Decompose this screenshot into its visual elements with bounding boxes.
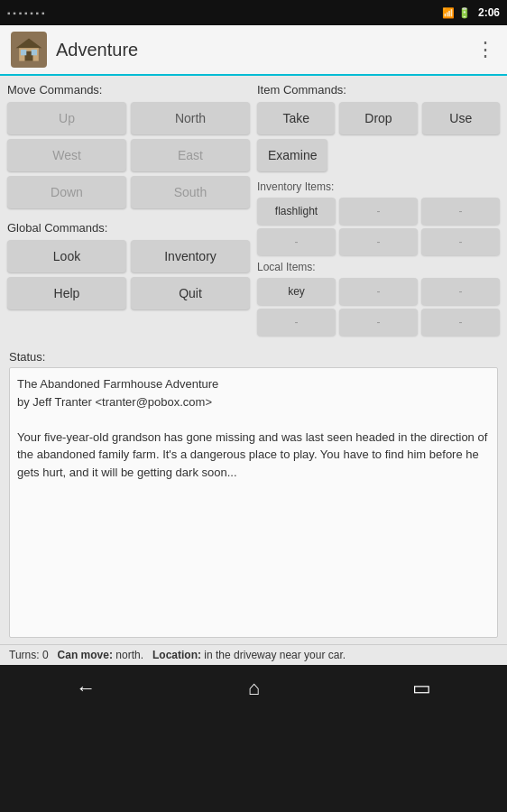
use-button[interactable]: Use: [422, 102, 500, 134]
battery-icon: 🔋: [458, 7, 471, 19]
inventory-slot-2[interactable]: -: [421, 198, 500, 225]
svg-rect-4: [21, 50, 26, 55]
back-button[interactable]: ←: [58, 669, 114, 707]
status-label: Status:: [9, 350, 498, 364]
status-bar: ▪ ▪ ▪ ▪ ▪ ▪ ▪ 📶 🔋 2:06: [0, 0, 507, 25]
inventory-slot-1[interactable]: -: [339, 198, 418, 225]
status-icons-right: 📶 🔋 2:06: [442, 6, 500, 19]
recents-button[interactable]: ▭: [394, 669, 449, 707]
status-textarea[interactable]: [9, 367, 498, 638]
right-panel: Item Commands: Take Drop Use Examine Inv…: [257, 83, 500, 339]
local-items-label: Local Items:: [257, 261, 500, 273]
location-label: Location:: [152, 649, 201, 661]
app-title: Adventure: [56, 40, 138, 60]
inventory-items-row1: flashlight - -: [257, 198, 500, 225]
status-section: Status:: [0, 346, 507, 644]
look-button[interactable]: Look: [7, 240, 126, 272]
overflow-menu-icon[interactable]: ⋮: [475, 38, 496, 61]
title-left: Adventure: [11, 32, 138, 68]
move-down-button[interactable]: Down: [7, 176, 126, 208]
move-east-button[interactable]: East: [131, 139, 250, 171]
local-slot-4[interactable]: -: [339, 309, 418, 336]
inventory-items-row2: - - -: [257, 228, 500, 255]
local-slot-5[interactable]: -: [421, 309, 500, 336]
can-move-label: Can move:: [58, 649, 113, 661]
move-commands-label: Move Commands:: [7, 83, 250, 97]
status-icons-left: ▪ ▪ ▪ ▪ ▪ ▪ ▪: [7, 8, 44, 18]
move-grid: Up North West East Down South: [7, 102, 250, 208]
move-south-button[interactable]: South: [131, 176, 250, 208]
global-commands-grid: Look Inventory Help Quit: [7, 240, 250, 309]
nav-bar: ← ⌂ ▭: [0, 665, 507, 712]
can-move-value: north.: [115, 649, 143, 661]
svg-rect-5: [32, 50, 37, 55]
local-slot-0[interactable]: key: [257, 278, 336, 305]
turns-value: 0: [42, 649, 49, 661]
quit-button[interactable]: Quit: [131, 277, 250, 309]
inventory-slot-3[interactable]: -: [257, 228, 336, 255]
help-button[interactable]: Help: [7, 277, 126, 309]
local-slot-3[interactable]: -: [257, 309, 336, 336]
examine-button[interactable]: Examine: [257, 139, 327, 171]
move-west-button[interactable]: West: [7, 139, 126, 171]
inventory-slot-4[interactable]: -: [339, 228, 418, 255]
inventory-button[interactable]: Inventory: [131, 240, 250, 272]
item-commands-label: Item Commands:: [257, 83, 500, 97]
local-items-row2: - - -: [257, 309, 500, 336]
inventory-slot-5[interactable]: -: [421, 228, 500, 255]
move-north-button[interactable]: North: [131, 102, 250, 134]
home-button[interactable]: ⌂: [230, 669, 278, 707]
item-cmd-row1: Take Drop Use: [257, 102, 500, 134]
location-value: in the driveway near your car.: [204, 649, 346, 661]
move-up-button[interactable]: Up: [7, 102, 126, 134]
local-slot-2[interactable]: -: [421, 278, 500, 305]
panels-row: Move Commands: Up North West East Down S…: [0, 76, 507, 346]
title-bar: Adventure ⋮: [0, 25, 507, 76]
turns-label: Turns:: [9, 649, 40, 661]
drop-button[interactable]: Drop: [339, 102, 417, 134]
app-icon: [11, 32, 47, 68]
inventory-items-label: Inventory Items:: [257, 180, 500, 193]
global-commands-label: Global Commands:: [7, 221, 250, 235]
inventory-slot-0[interactable]: flashlight: [257, 198, 336, 225]
local-slot-1[interactable]: -: [339, 278, 418, 305]
time-display: 2:06: [478, 6, 500, 19]
local-items-row1: key - -: [257, 278, 500, 305]
wifi-icon: 📶: [442, 7, 455, 19]
main-content: Move Commands: Up North West East Down S…: [0, 76, 507, 665]
left-panel: Move Commands: Up North West East Down S…: [7, 83, 250, 339]
bottom-status-bar: Turns: 0 Can move: north. Location: in t…: [0, 644, 507, 665]
take-button[interactable]: Take: [257, 102, 335, 134]
